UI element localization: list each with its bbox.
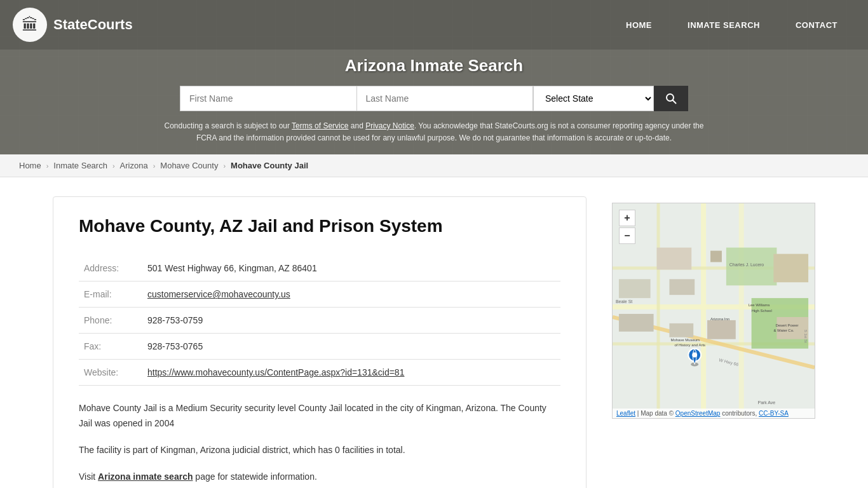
email-link[interactable]: customerservice@mohavecounty.us [147, 289, 290, 299]
cc-link[interactable]: CC-BY-SA [759, 410, 789, 417]
email-value: customerservice@mohavecounty.us [142, 281, 560, 308]
description-3: Visit Arizona inmate search page for sta… [79, 470, 560, 485]
map-attribution: Leaflet | Map data © OpenStreetMap contr… [613, 409, 815, 418]
map-container[interactable]: Charles J. Lucero Lee Williams High Scho… [612, 203, 815, 419]
site-name: StateCourts [53, 17, 133, 33]
top-navigation: 🏛 StateCourts HOME INMATE SEARCH CONTACT [0, 0, 868, 50]
breadcrumb-inmate-search[interactable]: Inmate Search [53, 161, 107, 170]
map-column: Charles J. Lucero Lee Williams High Scho… [612, 196, 815, 488]
breadcrumb-arizona[interactable]: Arizona [120, 161, 148, 170]
breadcrumb-current: Mohave County Jail [231, 161, 308, 170]
breadcrumb: Home › Inmate Search › Arizona › Mohave … [0, 154, 868, 177]
hero-section: 🏛 StateCourts HOME INMATE SEARCH CONTACT… [0, 0, 868, 154]
hero-title: Arizona Inmate Search [0, 56, 868, 76]
page-heading: Mohave County, AZ Jail and Prison System [79, 216, 560, 236]
breadcrumb-sep-4: › [223, 162, 226, 170]
svg-rect-16 [707, 320, 736, 339]
breadcrumb-sep-1: › [46, 162, 49, 170]
svg-text:of History and Arts: of History and Arts [674, 343, 705, 347]
phone-label: Phone: [79, 308, 142, 334]
website-row: Website: https://www.mohavecounty.us/Con… [79, 360, 560, 386]
map-controls: + − [619, 210, 635, 244]
address-value: 501 West Highway 66, Kingman, AZ 86401 [142, 255, 560, 281]
svg-rect-4 [701, 203, 706, 418]
svg-line-1 [673, 100, 676, 104]
az-inmate-search-link[interactable]: Arizona inmate search [98, 471, 193, 482]
email-label: E-mail: [79, 281, 142, 308]
svg-rect-19 [773, 254, 808, 283]
search-bar: Select State AlabamaAlaskaArizonaArkansa… [180, 86, 688, 111]
info-table: Address: 501 West Highway 66, Kingman, A… [79, 255, 560, 386]
website-link[interactable]: https://www.mohavecounty.us/ContentPage.… [147, 367, 404, 377]
svg-rect-17 [669, 323, 693, 337]
svg-rect-18 [619, 314, 654, 332]
tos-link[interactable]: Terms of Service [292, 121, 348, 130]
disclaimer-text: Conducting a search is subject to our Te… [148, 120, 720, 144]
breadcrumb-home[interactable]: Home [19, 161, 41, 170]
nav-home[interactable]: HOME [608, 0, 670, 50]
phone-value: 928-753-0759 [142, 308, 560, 334]
svg-rect-15 [669, 280, 695, 295]
content-card: Mohave County, AZ Jail and Prison System… [53, 196, 587, 488]
svg-text:Park Ave: Park Ave [758, 400, 776, 405]
site-logo-icon: 🏛 [13, 8, 47, 42]
zoom-out-button[interactable]: − [619, 227, 635, 244]
website-label: Website: [79, 360, 142, 386]
main-content: Mohave County, AZ Jail and Prison System… [27, 177, 841, 488]
leaflet-link[interactable]: Leaflet [616, 410, 635, 417]
svg-text:Beale St: Beale St [616, 299, 632, 304]
nav-inmate-search[interactable]: INMATE SEARCH [670, 0, 778, 50]
address-label: Address: [79, 255, 142, 281]
svg-text:Mohave Museum: Mohave Museum [670, 338, 700, 342]
svg-rect-12 [619, 280, 651, 299]
svg-rect-14 [710, 251, 722, 262]
address-row: Address: 501 West Highway 66, Kingman, A… [79, 255, 560, 281]
zoom-in-button[interactable]: + [619, 210, 635, 226]
svg-point-35 [692, 353, 697, 358]
svg-text:Lee Williams: Lee Williams [749, 303, 770, 307]
state-select[interactable]: Select State AlabamaAlaskaArizonaArkansa… [533, 86, 654, 111]
fax-label: Fax: [79, 334, 142, 360]
description-2: The facility is part of Kingman, Arizona… [79, 443, 560, 458]
email-row: E-mail: customerservice@mohavecounty.us [79, 281, 560, 308]
svg-text:Desert Power: Desert Power [775, 323, 798, 327]
osm-link[interactable]: OpenStreetMap [675, 410, 721, 417]
search-icon [665, 93, 677, 104]
svg-text:Arizona Inn: Arizona Inn [710, 317, 729, 321]
fax-row: Fax: 928-753-0765 [79, 334, 560, 360]
logo-area: 🏛 StateCourts [13, 8, 608, 42]
privacy-link[interactable]: Privacy Notice [365, 121, 414, 130]
search-button[interactable] [654, 86, 688, 111]
breadcrumb-sep-2: › [112, 162, 115, 170]
breadcrumb-sep-3: › [153, 162, 156, 170]
breadcrumb-mohave-county[interactable]: Mohave County [160, 161, 218, 170]
svg-text:& Water Co.: & Water Co. [773, 329, 794, 332]
svg-rect-13 [657, 248, 692, 270]
svg-text:Charles J. Lucero: Charles J. Lucero [729, 263, 764, 268]
last-name-input[interactable] [356, 86, 534, 111]
nav-contact[interactable]: CONTACT [778, 0, 855, 50]
map-svg: Charles J. Lucero Lee Williams High Scho… [613, 203, 815, 418]
svg-rect-5 [739, 203, 744, 418]
hero-title-area: Arizona Inmate Search Select State Alaba… [0, 50, 868, 154]
first-name-input[interactable] [180, 86, 356, 111]
svg-text:High School: High School [752, 309, 772, 313]
svg-rect-8 [657, 203, 660, 418]
phone-row: Phone: 928-753-0759 [79, 308, 560, 334]
description-1: Mohave County Jail is a Medium Security … [79, 401, 560, 431]
nav-links: HOME INMATE SEARCH CONTACT [608, 0, 855, 50]
svg-text:S 1st St: S 1st St [804, 330, 808, 343]
website-value: https://www.mohavecounty.us/ContentPage.… [142, 360, 560, 386]
fax-value: 928-753-0765 [142, 334, 560, 360]
